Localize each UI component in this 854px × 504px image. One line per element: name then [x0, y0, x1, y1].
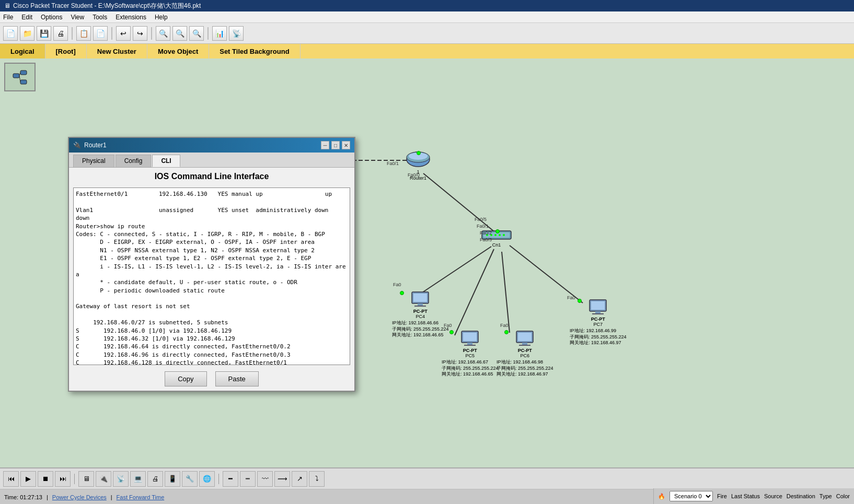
- logical-icon[interactable]: [4, 63, 36, 91]
- menu-extensions[interactable]: Extensions: [116, 14, 146, 21]
- logical-button[interactable]: Logical: [0, 44, 45, 58]
- menu-view[interactable]: View: [71, 14, 84, 21]
- fast-forward-label[interactable]: Fast Forward Time: [117, 494, 165, 500]
- set-tiled-bg-button[interactable]: Set Tiled Background: [209, 44, 300, 58]
- iface-fa00-r1: Fa0/0: [408, 172, 420, 178]
- print-button[interactable]: 🖨: [53, 26, 68, 41]
- power-cycle-label[interactable]: Power Cycle Devices: [52, 494, 107, 500]
- tab-cli[interactable]: CLI: [152, 155, 180, 167]
- move-object-button[interactable]: Move Object: [147, 44, 209, 58]
- paste-button-cli[interactable]: Paste: [215, 371, 259, 386]
- tab-config[interactable]: Config: [116, 155, 152, 167]
- zoom-out-button[interactable]: 🔍: [189, 26, 204, 41]
- svg-rect-34: [518, 333, 532, 341]
- toolbar-sep-1: [72, 27, 73, 40]
- maximize-button[interactable]: □: [331, 141, 340, 149]
- play-button[interactable]: ▶: [20, 471, 36, 487]
- status-row: Time: 01:27:13 | Power Cycle Devices | F…: [0, 489, 854, 504]
- device-btn-8[interactable]: 🌐: [199, 471, 215, 487]
- cable-btn-3[interactable]: 〰: [257, 471, 273, 487]
- copy-button[interactable]: 📋: [76, 26, 91, 41]
- device-btn-2[interactable]: 🔌: [96, 471, 111, 487]
- open-button[interactable]: 📁: [20, 26, 34, 41]
- minimize-button[interactable]: ─: [321, 141, 329, 149]
- toolbar-sep-2: [111, 27, 112, 40]
- cli-tabs: Physical Config CLI: [69, 153, 354, 168]
- menu-tools[interactable]: Tools: [93, 14, 107, 21]
- menu-edit[interactable]: Edit: [21, 14, 32, 21]
- iface-fa0-pc4: Fa0: [393, 282, 401, 287]
- pc5-device[interactable]: PC-PT PC5 IP地址: 192.168.46.67子网掩码: 255.2…: [442, 330, 499, 378]
- back-button[interactable]: ⏮: [3, 471, 19, 487]
- fire-label: Fire: [717, 493, 727, 499]
- menu-bar: File Edit Options View Tools Extensions …: [0, 11, 854, 23]
- device-btn-5[interactable]: 🖨: [147, 471, 163, 487]
- pc4-status-dot: [400, 291, 404, 295]
- svg-rect-0: [13, 74, 19, 78]
- svg-rect-31: [467, 343, 472, 345]
- scenario-area: 🔥 Scenario 0 Fire Last Status Source Des…: [653, 488, 854, 504]
- device-btn-6[interactable]: 📱: [165, 471, 180, 487]
- stop-button[interactable]: ⏹: [38, 471, 53, 487]
- zoom-fit-button[interactable]: 🔍: [172, 26, 187, 41]
- title-bar: 🖥 Cisco Packet Tracer Student - E:\MySof…: [0, 0, 854, 11]
- cli-terminal[interactable]: FastEthernet0/1 192.168.46.130 YES manua…: [73, 187, 350, 365]
- new-cluster-button[interactable]: New Cluster: [87, 44, 147, 58]
- iface-fa01-r1: Fa0/1: [387, 161, 399, 166]
- svg-rect-40: [592, 313, 604, 314]
- switch-status-dot: [495, 229, 500, 233]
- toolbar-sep-3: [151, 27, 152, 40]
- pc6-device[interactable]: PC-PT PC6 IP地址: 192.168.46.98子网掩码: 255.2…: [497, 330, 553, 378]
- router1-status-dot: [417, 151, 421, 155]
- svg-point-22: [494, 234, 497, 236]
- device-btn-7[interactable]: 🔧: [182, 471, 198, 487]
- cisco-icon: 🖥: [4, 2, 10, 9]
- cable-btn-2[interactable]: ┅: [240, 471, 256, 487]
- ff-button[interactable]: ⏭: [55, 471, 71, 487]
- palette-button[interactable]: 📊: [212, 26, 227, 41]
- cable-btn-4[interactable]: ⟿: [274, 471, 290, 487]
- pc7-status-dot: [578, 299, 582, 303]
- bottom-sep-2: [218, 474, 219, 484]
- router-icon: 🔌: [73, 142, 81, 149]
- last-status-label: Last Status: [731, 493, 760, 499]
- network-button[interactable]: 📡: [229, 26, 244, 41]
- tab-physical[interactable]: Physical: [73, 155, 114, 167]
- scenario-label: 🔥: [658, 493, 665, 500]
- svg-rect-26: [413, 294, 427, 302]
- svg-rect-2: [20, 80, 27, 84]
- pc4-device[interactable]: PC-PT PC4 IP地址: 192.168.46.66子网掩码: 255.2…: [392, 291, 449, 338]
- zoom-in-button[interactable]: 🔍: [156, 26, 170, 41]
- cable-btn-5[interactable]: ↗: [292, 471, 307, 487]
- cable-btn-6[interactable]: ⤵: [309, 471, 325, 487]
- main-bottom: ⏮ ▶ ⏹ ⏭ 🖥 🔌 📡 💻 🖨 📱 🔧 🌐 ━ ┅ 〰 ⟿ ↗ ⤵ Time…: [0, 467, 854, 504]
- workspace-area: 1841 Router0 1 Router1 Cn1: [0, 58, 854, 504]
- menu-help[interactable]: Help: [155, 14, 168, 21]
- undo-button[interactable]: ↩: [116, 26, 131, 41]
- cable-btn-1[interactable]: ━: [223, 471, 238, 487]
- source-label: Source: [764, 493, 782, 499]
- svg-rect-1: [20, 71, 27, 75]
- iface-fa0-pc6: Fa0: [500, 323, 509, 328]
- svg-rect-35: [522, 343, 527, 345]
- device-btn-3[interactable]: 📡: [113, 471, 129, 487]
- new-button[interactable]: 📄: [3, 26, 18, 41]
- svg-line-9: [455, 249, 494, 335]
- copy-button-cli[interactable]: Copy: [165, 371, 206, 386]
- pc7-device[interactable]: PC-PT PC7 IP地址: 192.168.46.99子网掩码: 255.2…: [570, 299, 627, 346]
- redo-button[interactable]: ↪: [133, 26, 147, 41]
- iface-fa05-sw: Fa0/5: [475, 217, 487, 222]
- save-button[interactable]: 💾: [37, 26, 51, 41]
- menu-options[interactable]: Options: [41, 14, 62, 21]
- menu-file[interactable]: File: [3, 14, 13, 21]
- cli-heading: IOS Command Line Interface: [69, 168, 354, 185]
- scenario-select[interactable]: Scenario 0: [670, 491, 713, 501]
- root-button[interactable]: [Root]: [45, 44, 87, 58]
- type-label: Type: [820, 493, 832, 499]
- iface-fa02-sw: Fa0/2: [480, 230, 492, 236]
- device-btn-4[interactable]: 💻: [130, 471, 146, 487]
- device-btn-1[interactable]: 🖥: [78, 471, 94, 487]
- svg-line-11: [510, 245, 583, 303]
- paste-button[interactable]: 📄: [93, 26, 108, 41]
- close-button[interactable]: ✕: [342, 141, 350, 149]
